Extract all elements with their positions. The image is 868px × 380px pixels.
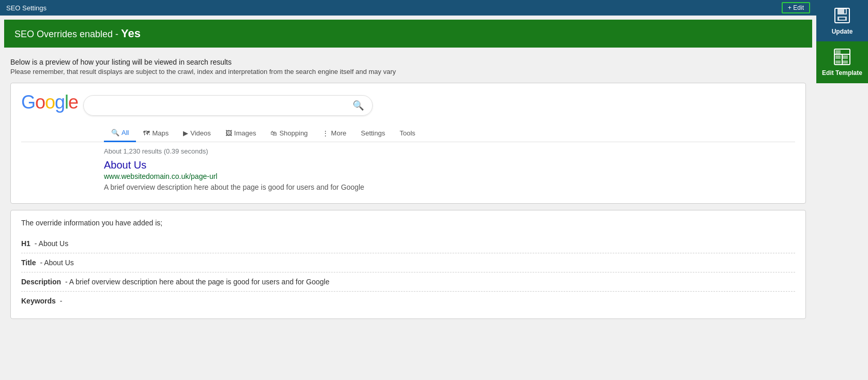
nav-shopping-label: Shopping	[279, 129, 308, 137]
nav-videos[interactable]: ▶ Videos	[176, 125, 218, 141]
override-row-description: Description - A brief overview descripti…	[21, 272, 795, 292]
h1-separator: -	[35, 239, 39, 248]
google-logo-text: Google	[21, 92, 78, 113]
svg-rect-11	[843, 60, 848, 64]
all-icon: 🔍	[111, 129, 119, 136]
nav-maps-label: Maps	[152, 129, 169, 137]
description-label: Description	[21, 278, 61, 286]
nav-images[interactable]: 🖼 Images	[218, 125, 264, 141]
nav-more-label: More	[331, 129, 346, 137]
seo-status: Yes	[121, 27, 141, 40]
more-icon: ⋮	[322, 129, 329, 137]
logo-o2: o	[45, 92, 55, 113]
svg-rect-3	[839, 18, 845, 20]
override-row-h1: H1 - About Us	[21, 234, 795, 253]
nav-settings-label: Settings	[361, 129, 385, 137]
nav-more[interactable]: ⋮ More	[315, 125, 354, 141]
images-icon: 🖼	[225, 129, 232, 137]
google-search-row: Google 🔍	[21, 92, 795, 119]
right-sidebar: Update Edit Template	[816, 0, 868, 380]
nav-tools[interactable]: Tools	[392, 125, 422, 141]
keywords-separator: -	[60, 297, 63, 305]
logo-e: e	[68, 92, 78, 113]
preview-subtext: Please remember, that result displays ar…	[10, 68, 806, 75]
nav-maps[interactable]: 🗺 Maps	[136, 125, 176, 141]
preview-heading: Below is a preview of how your listing w…	[10, 58, 806, 66]
svg-rect-8	[835, 50, 841, 54]
nav-shopping[interactable]: 🛍 Shopping	[263, 125, 315, 141]
seo-banner: SEO Overrides enabled - Yes	[4, 20, 812, 48]
google-search-box[interactable]: 🔍	[83, 95, 373, 116]
override-box: The override information you have added …	[10, 210, 806, 319]
nav-settings[interactable]: Settings	[354, 125, 392, 141]
update-icon	[833, 6, 851, 25]
svg-rect-9	[843, 55, 848, 59]
update-label: Update	[832, 28, 853, 35]
results-count: About 1,230 results (0.39 seconds)	[21, 147, 795, 155]
edit-template-button[interactable]: Edit Template	[816, 41, 868, 83]
result-description: A brief overview description here about …	[104, 183, 795, 193]
logo-o1: o	[35, 92, 45, 113]
nav-images-label: Images	[234, 129, 256, 137]
logo-g2: g	[55, 92, 65, 113]
override-title: The override information you have added …	[21, 219, 795, 227]
svg-rect-12	[835, 60, 841, 64]
google-result: About Us www.websitedomain.co.uk/page-ur…	[21, 159, 795, 193]
h1-value: About Us	[39, 239, 69, 248]
override-row-title: Title - About Us	[21, 253, 795, 272]
title-value: About Us	[44, 259, 74, 267]
description-separator: -	[65, 278, 69, 286]
override-row-keywords: Keywords -	[21, 292, 795, 310]
logo-g1: G	[21, 92, 35, 113]
top-bar-title: SEO Settings	[6, 4, 47, 12]
edit-button[interactable]: + Edit	[782, 2, 810, 13]
shopping-icon: 🛍	[270, 129, 277, 137]
update-button[interactable]: Update	[816, 0, 868, 41]
nav-videos-label: Videos	[190, 129, 211, 137]
google-logo: Google	[21, 92, 78, 113]
h1-label: H1	[21, 239, 31, 248]
nav-all[interactable]: 🔍 All	[104, 125, 136, 142]
svg-rect-4	[844, 9, 846, 13]
keywords-label: Keywords	[21, 297, 56, 305]
nav-tools-label: Tools	[400, 129, 415, 137]
edit-template-label: Edit Template	[822, 69, 862, 77]
google-preview: Google 🔍 🔍 All 🗺 Maps ▶	[10, 83, 806, 204]
result-title[interactable]: About Us	[104, 159, 795, 171]
title-label: Title	[21, 259, 36, 267]
preview-section: Below is a preview of how your listing w…	[0, 52, 816, 79]
edit-template-icon	[833, 48, 851, 66]
videos-icon: ▶	[183, 129, 188, 137]
result-url: www.websitedomain.co.uk/page-url	[104, 172, 795, 180]
maps-icon: 🗺	[143, 129, 150, 137]
nav-all-label: All	[121, 129, 129, 136]
description-value: A brief overview description here about …	[69, 278, 330, 286]
svg-rect-10	[835, 55, 841, 59]
top-bar: SEO Settings + Edit	[0, 0, 816, 16]
page-body: SEO Overrides enabled - Yes Below is a p…	[0, 16, 816, 380]
google-nav: 🔍 All 🗺 Maps ▶ Videos 🖼 Images 🛍 S	[21, 125, 795, 142]
search-icon: 🔍	[353, 100, 364, 111]
seo-banner-prefix: SEO Overrides enabled -	[14, 29, 121, 39]
